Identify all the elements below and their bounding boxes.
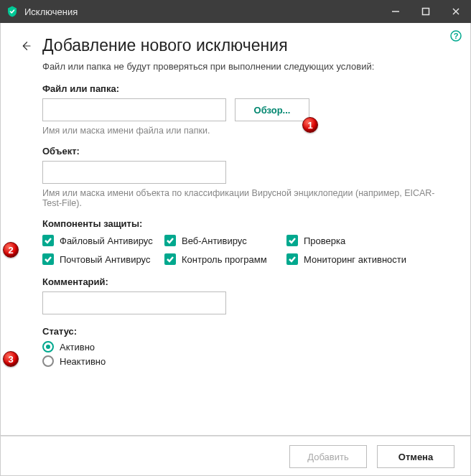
checkbox-scan[interactable]: Проверка bbox=[286, 235, 430, 246]
status-label: Статус: bbox=[42, 326, 446, 337]
close-button[interactable] bbox=[441, 0, 471, 23]
intro-text: Файл или папка не будут проверяться при … bbox=[42, 61, 446, 72]
check-icon bbox=[42, 253, 54, 265]
object-label: Объект: bbox=[42, 146, 446, 157]
object-input[interactable] bbox=[42, 161, 226, 184]
radio-active[interactable]: Активно bbox=[42, 341, 446, 353]
check-icon bbox=[164, 253, 176, 265]
window-title: Исключения bbox=[24, 6, 381, 17]
page-title: Добавление нового исключения bbox=[42, 36, 452, 55]
back-arrow-icon[interactable] bbox=[19, 39, 32, 52]
checkbox-label: Файловый Антивирус bbox=[60, 235, 153, 246]
checkbox-web-antivirus[interactable]: Веб-Антивирус bbox=[164, 235, 286, 246]
cancel-button[interactable]: Отмена bbox=[377, 445, 454, 468]
help-icon[interactable]: ? bbox=[450, 30, 462, 42]
radio-inactive[interactable]: Неактивно bbox=[42, 355, 446, 367]
checkbox-file-antivirus[interactable]: Файловый Антивирус bbox=[42, 235, 164, 246]
radio-label: Активно bbox=[60, 342, 95, 353]
radio-icon bbox=[42, 341, 54, 353]
browse-button[interactable]: Обзор... bbox=[235, 98, 309, 121]
callout-3: 3 bbox=[3, 351, 19, 367]
checkbox-mail-antivirus[interactable]: Почтовый Антивирус bbox=[42, 253, 164, 265]
checkbox-label: Почтовый Антивирус bbox=[60, 254, 150, 265]
minimize-button[interactable] bbox=[381, 0, 411, 23]
comment-input[interactable] bbox=[42, 291, 226, 314]
callout-2: 2 bbox=[3, 242, 19, 258]
file-helper: Имя или маска имени файла или папки. bbox=[42, 126, 446, 136]
file-input[interactable] bbox=[42, 98, 226, 121]
checkbox-label: Мониторинг активности bbox=[304, 254, 406, 265]
checkbox-label: Контроль программ bbox=[182, 254, 267, 265]
components-label: Компоненты защиты: bbox=[42, 218, 446, 229]
checkbox-app-control[interactable]: Контроль программ bbox=[164, 253, 286, 265]
app-icon bbox=[6, 5, 19, 18]
checkbox-label: Веб-Антивирус bbox=[182, 235, 247, 246]
content-area: ? Добавление нового исключения Файл или … bbox=[0, 23, 471, 436]
title-bar: Исключения bbox=[0, 0, 471, 23]
check-icon bbox=[164, 235, 176, 246]
file-label: Файл или папка: bbox=[42, 83, 446, 94]
svg-text:?: ? bbox=[454, 32, 459, 40]
object-helper: Имя или маска имени объекта по классифик… bbox=[42, 188, 446, 208]
check-icon bbox=[286, 253, 298, 265]
radio-label: Неактивно bbox=[60, 356, 106, 367]
footer: Добавить Отмена bbox=[0, 436, 471, 476]
check-icon bbox=[286, 235, 298, 246]
comment-label: Комментарий: bbox=[42, 276, 446, 287]
check-icon bbox=[42, 235, 54, 246]
checkbox-label: Проверка bbox=[304, 235, 345, 246]
checkbox-activity-monitor[interactable]: Мониторинг активности bbox=[286, 253, 430, 265]
radio-icon bbox=[42, 355, 54, 367]
add-button[interactable]: Добавить bbox=[289, 445, 367, 468]
maximize-button[interactable] bbox=[411, 0, 441, 23]
svg-rect-1 bbox=[423, 9, 429, 15]
callout-1: 1 bbox=[302, 117, 318, 133]
